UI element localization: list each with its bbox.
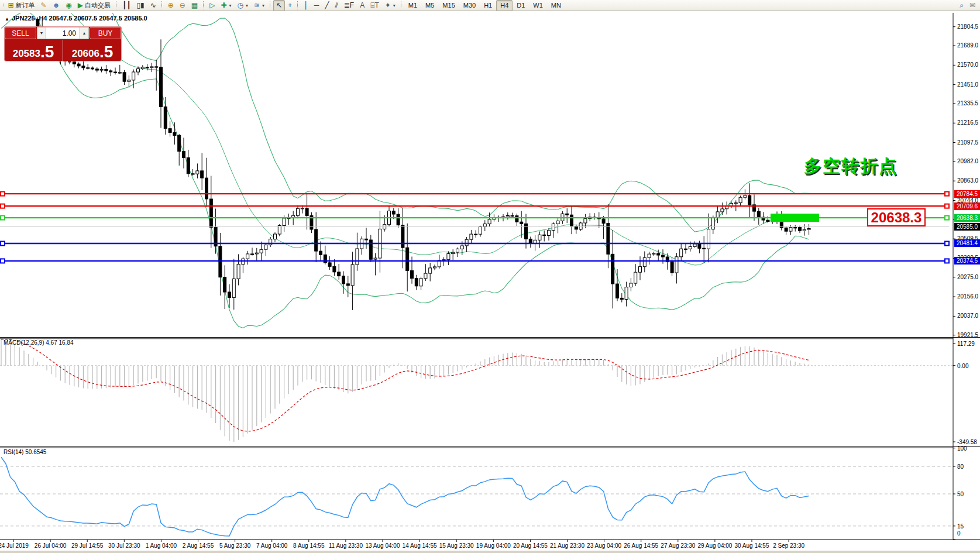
dropdown-arrow-icon[interactable]: ▾ xyxy=(229,3,232,8)
line-chart-button[interactable]: ∿ xyxy=(147,0,159,11)
candle-bearish xyxy=(183,152,185,158)
candle-bullish xyxy=(429,268,432,273)
crosshair-button[interactable]: + xyxy=(285,0,295,11)
candle-bullish xyxy=(548,231,551,236)
candle-bearish xyxy=(205,178,208,199)
candle-bearish xyxy=(406,248,409,270)
timeframe-m5[interactable]: M5 xyxy=(421,0,438,11)
candle-bearish xyxy=(305,208,308,216)
line-handle[interactable] xyxy=(945,241,949,245)
zoom-in-icon: ⊕ xyxy=(168,2,174,9)
line-handle[interactable] xyxy=(945,204,949,208)
timeframe-mn[interactable]: MN xyxy=(547,0,565,11)
sell-price[interactable]: 20583.5 xyxy=(4,40,63,61)
timeframe-w1[interactable]: W1 xyxy=(529,0,547,11)
collapse-arrow-icon[interactable]: ▲ xyxy=(5,16,9,22)
candle-bullish xyxy=(419,279,422,286)
time-axis-label: 2 Aug 14:55 xyxy=(183,542,214,549)
line-handle[interactable] xyxy=(1,259,5,263)
candle-bullish xyxy=(680,249,683,257)
candle-bullish xyxy=(452,252,455,253)
candle-bearish xyxy=(657,253,660,255)
profit-chart-button[interactable]: ▷ xyxy=(207,0,218,11)
timeframe-h1[interactable]: H1 xyxy=(480,0,496,11)
profile-button[interactable]: ☻ xyxy=(50,0,63,11)
volume-decrease-button[interactable]: ▼ xyxy=(37,27,46,39)
candle-bearish xyxy=(169,129,171,133)
volume-input[interactable]: 1.00 xyxy=(46,27,80,39)
timeframe-m30[interactable]: M30 xyxy=(459,0,480,11)
candle-bearish xyxy=(164,107,167,129)
time-axis-label: 1 Aug 04:00 xyxy=(146,542,177,549)
channel-button[interactable]: ⫽ xyxy=(332,0,341,11)
candle-bearish xyxy=(794,228,797,228)
bar-chart-button[interactable]: ┃┃ xyxy=(119,0,133,11)
dropdown-arrow-icon[interactable]: ▾ xyxy=(246,3,248,8)
line-handle[interactable] xyxy=(1,192,5,196)
toolbar-separator xyxy=(203,1,204,9)
buy-price[interactable]: 20606.5 xyxy=(63,40,122,61)
shapes-button[interactable]: ✦▾ xyxy=(382,0,398,11)
time-axis-label: 8 Aug 14:55 xyxy=(293,542,324,549)
horizontal-line-button[interactable]: ─ xyxy=(311,0,322,11)
search-button[interactable]: ⌕ xyxy=(957,0,967,11)
price-callout-box[interactable]: 20638.3 xyxy=(867,208,926,226)
text-button[interactable]: A xyxy=(357,0,367,11)
candle-bearish xyxy=(191,174,194,174)
candle-bullish xyxy=(711,218,714,229)
candle-bullish xyxy=(634,272,637,283)
time-axis-label: 20 Aug 14:55 xyxy=(513,542,548,549)
eraser-button[interactable]: ✎ xyxy=(38,0,50,11)
chat-button[interactable]: ✉ xyxy=(967,0,978,11)
line-handle[interactable] xyxy=(1,216,5,220)
line-handle[interactable] xyxy=(1,241,5,245)
autotrade-button[interactable]: ▶自动交易 xyxy=(75,0,114,11)
dropdown-arrow-icon[interactable]: ▾ xyxy=(393,3,396,8)
tile-windows-button[interactable]: ▦ xyxy=(188,0,201,11)
signal-button[interactable]: ◉ xyxy=(63,0,74,11)
candle-bearish xyxy=(95,69,98,70)
candle-bullish xyxy=(424,273,427,279)
timeframe-m1[interactable]: M1 xyxy=(404,0,421,11)
candle-bullish xyxy=(128,80,130,81)
timeframe-h4[interactable]: H4 xyxy=(496,0,513,11)
candle-bullish xyxy=(630,283,632,287)
buy-button[interactable]: BUY xyxy=(90,27,121,39)
line-handle[interactable] xyxy=(945,259,949,263)
cursor-button[interactable]: ↖ xyxy=(273,0,285,11)
fibonacci-button[interactable]: ≣F xyxy=(341,0,357,11)
zoom-out-button[interactable]: ⊖ xyxy=(177,0,188,11)
new-order-button[interactable]: ⊞新订单 xyxy=(5,0,38,11)
line-handle[interactable] xyxy=(945,192,949,196)
macd-header: MACD(12,26,9) 4.67 16.84 xyxy=(4,339,74,346)
timeframe-m15[interactable]: M15 xyxy=(438,0,459,11)
candle-bullish xyxy=(488,219,491,224)
dropdown-arrow-icon[interactable]: ▾ xyxy=(262,3,264,8)
trendline-button[interactable]: ╱ xyxy=(322,0,332,11)
vertical-line-button[interactable]: │ xyxy=(301,0,311,11)
volume-increase-button[interactable]: ▲ xyxy=(80,27,89,39)
sell-button[interactable]: SELL xyxy=(5,27,36,39)
periods-button[interactable]: ◷▾ xyxy=(235,0,252,11)
zoom-in-button[interactable]: ⊕ xyxy=(165,0,177,11)
timeframe-d1[interactable]: D1 xyxy=(513,0,529,11)
toolbar-separator xyxy=(161,1,163,9)
candle-chart-button[interactable]: ▯▮ xyxy=(133,0,147,11)
candle-bullish xyxy=(196,171,199,174)
candle-bullish xyxy=(132,72,135,80)
cursor-icon: ↖ xyxy=(276,2,282,9)
indicators-button[interactable]: ✚▾ xyxy=(218,0,234,11)
bar-chart-icon: ┃┃ xyxy=(122,2,130,9)
rsi-line xyxy=(1,457,809,536)
line-handle[interactable] xyxy=(945,216,949,220)
line-handle[interactable] xyxy=(1,204,5,208)
highlight-rectangle[interactable] xyxy=(771,214,819,222)
text-label-button[interactable]: ⌸T xyxy=(367,0,382,11)
candle-bullish xyxy=(100,69,103,70)
chart-style-button[interactable]: ≋▾ xyxy=(251,0,267,11)
candle-bearish xyxy=(91,68,94,69)
time-axis-label: 30 Jul 23:30 xyxy=(108,542,140,549)
candle-bullish xyxy=(689,246,692,249)
candle-bearish xyxy=(82,66,85,68)
price-tick-label: 19921.5 xyxy=(957,332,978,338)
